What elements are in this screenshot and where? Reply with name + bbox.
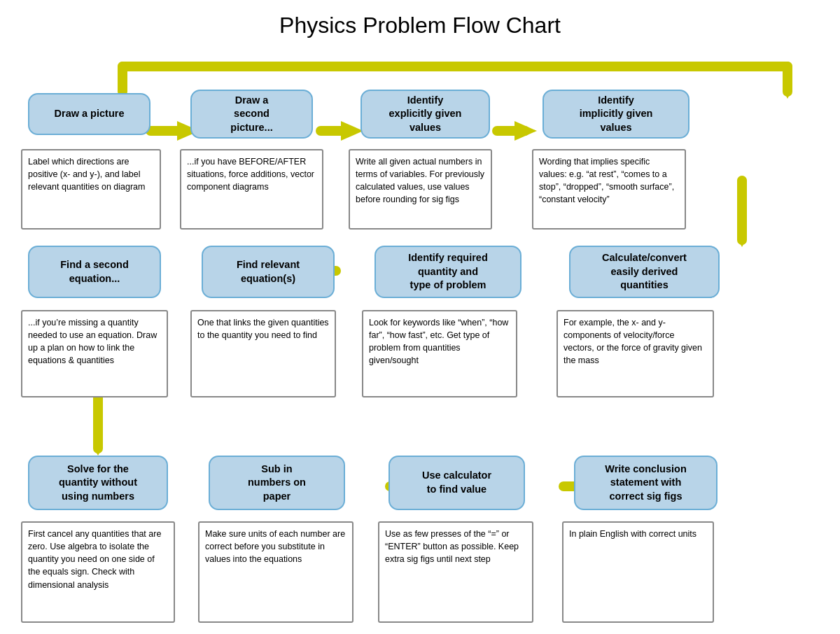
step-draw-second: Draw a second picture... — [190, 90, 313, 139]
step-draw-picture: Draw a picture — [28, 93, 150, 135]
step-write-conclusion: Write conclusion statement with correct … — [574, 456, 718, 510]
desc-find-second: ...if you’re missing a quantity needed t… — [21, 310, 168, 397]
step-sub-numbers: Sub in numbers on paper — [209, 456, 345, 510]
svg-marker-16 — [93, 446, 103, 456]
page: Physics Problem Flow Chart — [0, 0, 840, 634]
step-use-calculator: Use calculator to find value — [388, 456, 525, 510]
desc-find-relevant: One that links the given quantities to t… — [190, 310, 336, 397]
step-identify-required: Identify required quantity and type of p… — [374, 246, 522, 298]
svg-marker-3 — [783, 90, 792, 99]
svg-marker-14 — [737, 238, 747, 247]
desc-identify-implicit: Wording that implies specific values: e.… — [532, 149, 686, 230]
desc-identify-required: Look for keywords like “when”, “how far”… — [362, 310, 517, 397]
step-identify-explicit: Identify explicitly given values — [360, 90, 490, 139]
step-find-relevant: Find relevant equation(s) — [202, 246, 335, 298]
flowchart: Draw a picture Draw a second picture... … — [14, 51, 826, 634]
step-find-second: Find a second equation... — [28, 246, 161, 298]
page-title: Physics Problem Flow Chart — [14, 13, 826, 38]
desc-identify-explicit: Write all given actual numbers in terms … — [349, 149, 492, 230]
desc-write-conclusion: In plain English with correct units — [562, 521, 714, 623]
desc-use-calculator: Use as few presses of the “=” or “ENTER”… — [378, 521, 533, 623]
step-identify-implicit: Identify implicitly given values — [542, 90, 690, 139]
desc-calculate-convert: For example, the x- and y-components of … — [556, 310, 714, 397]
step-calculate-convert: Calculate/convert easily derived quantit… — [569, 246, 720, 298]
svg-marker-6 — [514, 121, 537, 141]
desc-sub-numbers: Make sure units of each number are corre… — [198, 521, 354, 623]
desc-solve-quantity: First cancel any quantities that are zer… — [21, 521, 175, 623]
desc-draw-picture: Label which directions are positive (x- … — [21, 149, 161, 230]
desc-draw-second: ...if you have BEFORE/AFTER situations, … — [180, 149, 323, 230]
step-solve-quantity: Solve for the quantity without using num… — [28, 456, 168, 510]
